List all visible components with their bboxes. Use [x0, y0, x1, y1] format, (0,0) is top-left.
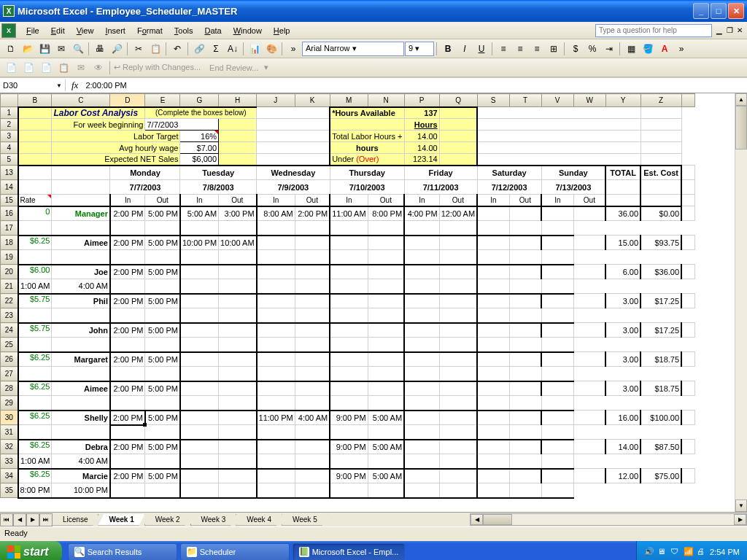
cell[interactable] [368, 294, 404, 308]
rev-icon4[interactable]: 📋 [55, 60, 71, 76]
cell[interactable]: 4:00 AM [52, 454, 110, 469]
cell[interactable]: 5:00 PM [145, 411, 180, 425]
search-icon[interactable]: 🔍 [70, 41, 86, 57]
cell[interactable] [219, 265, 257, 279]
cell[interactable] [509, 381, 541, 396]
row-header[interactable]: 21 [1, 279, 18, 294]
cell[interactable] [509, 396, 541, 411]
cell[interactable] [219, 425, 257, 440]
cell[interactable] [257, 250, 295, 265]
cell[interactable] [257, 381, 295, 396]
cell[interactable] [477, 483, 509, 498]
cell[interactable] [509, 294, 541, 308]
row-header[interactable]: 35 [1, 483, 18, 498]
formula-input[interactable]: 2:00:00 PM [84, 79, 128, 91]
cell[interactable] [180, 425, 219, 440]
cell[interactable] [439, 483, 477, 498]
cell[interactable] [330, 294, 368, 308]
cell[interactable] [219, 411, 257, 425]
cell[interactable] [404, 265, 439, 279]
col-header[interactable]: C [52, 94, 110, 107]
cell[interactable] [477, 308, 509, 323]
row-header[interactable]: 2 [1, 119, 18, 131]
cell[interactable] [404, 250, 439, 265]
cell[interactable] [257, 323, 295, 338]
cell[interactable] [509, 265, 541, 279]
cell[interactable] [477, 425, 509, 440]
cell[interactable] [368, 323, 404, 338]
cell[interactable]: 2:00 PM [110, 469, 145, 483]
row-header[interactable]: 24 [1, 323, 18, 338]
cell[interactable] [295, 294, 330, 308]
minimize-button[interactable]: _ [693, 3, 709, 19]
cell[interactable] [509, 250, 541, 265]
underline-icon[interactable]: U [473, 41, 489, 57]
menu-data[interactable]: Data [198, 24, 227, 37]
align-left-icon[interactable]: ≡ [495, 41, 511, 57]
cell[interactable] [439, 396, 477, 411]
cell[interactable] [477, 454, 509, 469]
cell[interactable] [180, 279, 219, 294]
cell[interactable] [573, 440, 605, 454]
cell[interactable] [368, 483, 404, 498]
cell[interactable]: 4:00 AM [52, 279, 110, 294]
cell[interactable] [257, 338, 295, 352]
cell[interactable] [439, 454, 477, 469]
row-header[interactable]: 14 [1, 180, 18, 195]
cell[interactable]: 2:00 PM [110, 323, 145, 338]
cell[interactable] [295, 396, 330, 411]
cell[interactable] [573, 236, 605, 250]
cell[interactable] [439, 425, 477, 440]
cell[interactable] [541, 265, 573, 279]
cell[interactable]: 2:00 PM [110, 294, 145, 308]
row-header[interactable]: 1 [1, 107, 18, 119]
row-header[interactable]: 28 [1, 381, 18, 396]
cell[interactable] [330, 236, 368, 250]
cell[interactable]: 8:00 PM [368, 206, 404, 221]
cell[interactable] [404, 352, 439, 367]
hscroll-left-icon[interactable]: ◀ [471, 514, 483, 525]
cell[interactable] [257, 236, 295, 250]
cell[interactable] [219, 454, 257, 469]
cell[interactable] [180, 381, 219, 396]
cell[interactable] [573, 469, 605, 483]
cell[interactable] [477, 367, 509, 381]
cell[interactable] [219, 381, 257, 396]
sheet-tab[interactable]: Week 5 [282, 514, 328, 526]
cell[interactable] [219, 250, 257, 265]
cell[interactable] [404, 469, 439, 483]
more-icon[interactable]: » [673, 41, 689, 57]
row-header[interactable]: 22 [1, 294, 18, 308]
cell[interactable]: 11:00 PM [257, 411, 295, 425]
cell[interactable] [180, 411, 219, 425]
cell[interactable] [180, 440, 219, 454]
indent-icon[interactable]: ⇥ [601, 41, 617, 57]
cell[interactable] [477, 469, 509, 483]
cell[interactable]: 5:00 AM [368, 469, 404, 483]
col-header[interactable]: N [368, 94, 404, 107]
cell[interactable] [509, 323, 541, 338]
cell[interactable] [477, 352, 509, 367]
cell[interactable] [110, 250, 145, 265]
cell[interactable]: 4:00 PM [404, 206, 439, 221]
cell[interactable] [477, 381, 509, 396]
cell[interactable] [509, 338, 541, 352]
cell[interactable] [509, 483, 541, 498]
cell[interactable] [219, 440, 257, 454]
cell[interactable] [477, 411, 509, 425]
cell[interactable] [439, 381, 477, 396]
name-box[interactable]: D30▼ [0, 79, 66, 91]
cell[interactable] [368, 250, 404, 265]
cell[interactable] [404, 323, 439, 338]
cell[interactable]: 8:00 AM [257, 206, 295, 221]
cell[interactable] [110, 279, 145, 294]
cell[interactable] [477, 440, 509, 454]
row-header[interactable]: 26 [1, 352, 18, 367]
cell[interactable] [330, 265, 368, 279]
cell[interactable]: 5:00 AM [368, 440, 404, 454]
cell[interactable] [295, 323, 330, 338]
cell[interactable]: 2:00 PM [110, 411, 145, 425]
cell[interactable] [509, 411, 541, 425]
cell[interactable] [257, 469, 295, 483]
chart-icon[interactable]: 📊 [247, 41, 263, 57]
